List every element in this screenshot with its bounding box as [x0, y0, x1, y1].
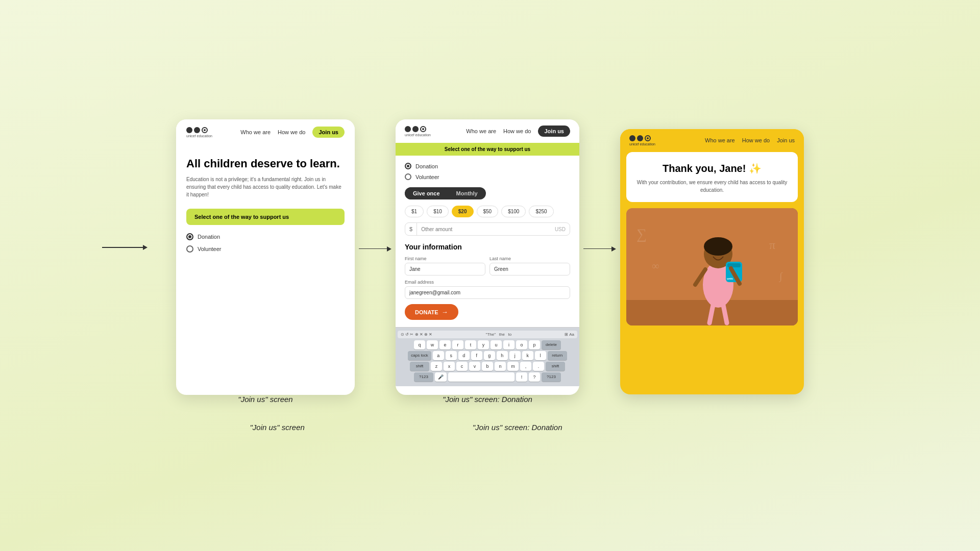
- screen2-navbar: unicef education Who we are How we do Jo…: [396, 119, 579, 143]
- kb-t[interactable]: t: [465, 340, 476, 349]
- kb-c[interactable]: c: [456, 362, 468, 371]
- kb-toolbar-left: ⊙ ↺ ✂ ⊕ ✕ ⊕ ✕: [401, 332, 432, 337]
- screen2-nav-join[interactable]: Join us: [538, 126, 570, 137]
- kb-m[interactable]: m: [507, 362, 519, 371]
- screen3-nav-who[interactable]: Who we are: [705, 137, 735, 143]
- kb-period[interactable]: .: [533, 362, 544, 371]
- screen1-nav-who[interactable]: Who we are: [240, 129, 271, 135]
- kb-shift-left[interactable]: shift: [410, 362, 429, 371]
- s3-logo-dot3: [645, 135, 651, 141]
- kb-f[interactable]: f: [471, 351, 482, 360]
- amount-50[interactable]: $50: [477, 206, 499, 217]
- screen1-label: "Join us" screen: [238, 395, 292, 404]
- monthly-button[interactable]: Monthly: [448, 187, 486, 199]
- screen3-nav-join[interactable]: Join us: [777, 137, 795, 143]
- last-name-label: Last name: [489, 256, 570, 261]
- kb-z[interactable]: z: [431, 362, 442, 371]
- screen2-donation-option[interactable]: Donation: [405, 163, 570, 169]
- kb-s[interactable]: s: [446, 351, 457, 360]
- svg-point-8: [704, 237, 732, 256]
- screen1-volunteer-option[interactable]: Volunteer: [186, 245, 345, 253]
- kb-r[interactable]: r: [452, 340, 463, 349]
- kb-shift-right[interactable]: shift: [546, 362, 565, 371]
- currency-symbol: $: [405, 223, 417, 235]
- kb-q[interactable]: q: [414, 340, 425, 349]
- kb-g[interactable]: g: [484, 351, 495, 360]
- kb-delete[interactable]: delete: [542, 340, 561, 349]
- kb-x[interactable]: x: [444, 362, 455, 371]
- kb-excl[interactable]: !: [516, 372, 527, 382]
- last-name-input[interactable]: [489, 263, 570, 276]
- s2-logo-dot2: [412, 126, 419, 132]
- kb-o[interactable]: o: [516, 340, 527, 349]
- kb-y[interactable]: y: [478, 340, 489, 349]
- amount-chips: $1 $10 $20 $50 $100 $250: [405, 206, 570, 217]
- thank-title: Thank you, Jane! ✨: [635, 162, 789, 174]
- child-image-bg: ∑ π ∞ ∫: [626, 208, 798, 325]
- screen1-nav-how[interactable]: How we do: [278, 129, 305, 135]
- kb-return[interactable]: return: [548, 351, 567, 360]
- screen2-body: Donation Volunteer Give once Monthly: [396, 156, 579, 327]
- svg-rect-12: [727, 263, 741, 267]
- kb-v[interactable]: v: [469, 362, 480, 371]
- screen1-volunteer-radio[interactable]: [186, 245, 193, 253]
- keyboard-row1: q w e r t y u i o p delete: [398, 340, 577, 349]
- email-input[interactable]: [405, 286, 570, 299]
- screen2-donation-radio[interactable]: [405, 163, 411, 169]
- kb-space[interactable]: [448, 372, 514, 382]
- logo-dot3: [202, 127, 208, 133]
- screen2-nav-who[interactable]: Who we are: [466, 128, 496, 134]
- kb-num2[interactable]: ?123: [542, 372, 561, 382]
- kb-d[interactable]: d: [458, 351, 470, 360]
- kb-question[interactable]: ?: [529, 372, 540, 382]
- kb-e[interactable]: e: [439, 340, 451, 349]
- screen1-wrapper: unicef education Who we are How we do Jo…: [176, 119, 355, 404]
- kb-u[interactable]: u: [491, 340, 502, 349]
- first-name-input[interactable]: [405, 263, 485, 276]
- kb-num[interactable]: ?123: [414, 372, 433, 382]
- kb-w[interactable]: w: [427, 340, 438, 349]
- amount-100[interactable]: $100: [501, 206, 526, 217]
- kb-h[interactable]: h: [497, 351, 508, 360]
- kb-j[interactable]: j: [509, 351, 521, 360]
- other-amount-field[interactable]: [417, 223, 551, 235]
- amount-20[interactable]: $20: [452, 206, 474, 217]
- screen1-description: Education is not a privilege; it's a fun…: [186, 176, 345, 198]
- amount-250[interactable]: $250: [529, 206, 553, 217]
- give-once-button[interactable]: Give once: [405, 187, 448, 199]
- svg-point-9: [713, 252, 716, 255]
- screen2-volunteer-option[interactable]: Volunteer: [405, 173, 570, 180]
- screen1-nav-join[interactable]: Join us: [312, 127, 345, 138]
- screen1-support-button[interactable]: Select one of the way to support us: [186, 209, 345, 225]
- kb-l[interactable]: l: [535, 351, 546, 360]
- screen2-label: "Join us" screen: Donation: [443, 395, 532, 404]
- keyboard: ⊙ ↺ ✂ ⊕ ✕ ⊕ ✕ "The" the to ⊞ Aa q w e r …: [396, 327, 579, 386]
- kb-b[interactable]: b: [482, 362, 493, 371]
- s3-logo-text: unicef education: [629, 142, 655, 146]
- kb-i[interactable]: i: [503, 340, 514, 349]
- screen3-nav-how[interactable]: How we do: [742, 137, 770, 143]
- kb-comma[interactable]: ,: [520, 362, 531, 371]
- screen2-nav-how[interactable]: How we do: [503, 128, 531, 134]
- screen1-caption: "Join us" screen: [250, 423, 304, 432]
- screen2-donation-label: Donation: [415, 163, 438, 169]
- other-amount-input[interactable]: $ USD: [405, 222, 570, 236]
- kb-n[interactable]: n: [495, 362, 506, 371]
- svg-text:∞: ∞: [652, 260, 659, 271]
- kb-a[interactable]: a: [433, 351, 444, 360]
- kb-caps[interactable]: caps lock: [408, 351, 431, 360]
- donate-button[interactable]: DONATE →: [405, 304, 458, 320]
- s2-logo-text: unicef education: [405, 133, 431, 137]
- s3-logo-dot1: [629, 135, 635, 141]
- keyboard-row3: shift z x c v b n m , . shift: [398, 362, 577, 371]
- kb-k[interactable]: k: [522, 351, 533, 360]
- kb-p[interactable]: p: [529, 340, 540, 349]
- screen1-donation-option[interactable]: Donation: [186, 233, 345, 240]
- labels-row: "Join us" screen "Join us" screen: Donat…: [145, 423, 835, 432]
- screen1-donation-radio[interactable]: [186, 233, 193, 240]
- screen2-volunteer-radio[interactable]: [405, 173, 411, 180]
- amount-1[interactable]: $1: [405, 206, 424, 217]
- kb-mic[interactable]: 🎤: [435, 372, 447, 382]
- first-name-group: First name: [405, 256, 485, 276]
- amount-10[interactable]: $10: [427, 206, 449, 217]
